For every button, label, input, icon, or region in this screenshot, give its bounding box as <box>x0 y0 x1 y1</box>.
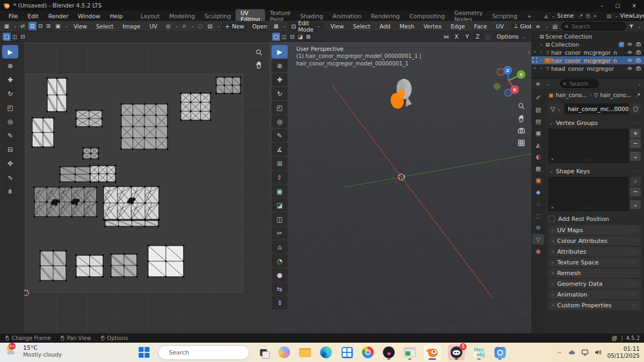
vp-selectmode-intersect-button[interactable]: ⊠ <box>304 33 312 41</box>
vp-tool-annotate[interactable]: ✎ <box>272 129 288 142</box>
mirror-z-button[interactable]: Z <box>473 32 482 41</box>
uv-selectmode-extend-button[interactable]: ◫ <box>11 33 19 41</box>
head-model[interactable] <box>389 79 412 110</box>
fake-user-shield-button[interactable] <box>630 104 641 114</box>
add-rest-position-checkbox[interactable] <box>548 216 555 222</box>
outliner-row-collection[interactable]: ⌄ ▤ Collection ✓ <box>531 40 644 48</box>
list-resize-grip[interactable]: ∷∷ <box>585 157 591 162</box>
uv-selectmode-subtract-button[interactable]: ⊟ <box>19 33 27 41</box>
uv-tool-annotate[interactable]: ✎ <box>2 129 18 142</box>
uv-tool-move[interactable]: ✚ <box>2 73 18 86</box>
vertex-group-specials-menu[interactable]: ⌄ <box>630 152 641 161</box>
uv-select-face-button[interactable]: ⊞ <box>45 22 53 30</box>
menu-window[interactable]: Window <box>74 13 104 19</box>
discord-icon[interactable]: 8 <box>448 344 465 360</box>
microsoft-store-icon[interactable] <box>340 344 354 360</box>
vp-tool-shrink-fatten[interactable]: ⇕ <box>272 296 288 309</box>
panel-attributes[interactable]: › Attributes ∷∷ <box>548 247 641 256</box>
menu-file[interactable]: File <box>4 13 23 19</box>
network-offline-icon[interactable] <box>611 335 618 342</box>
uv-editor-type-icon[interactable]: ▦ <box>3 22 11 30</box>
expand-icon[interactable]: › <box>538 58 544 63</box>
blender-taskbar-icon[interactable] <box>424 344 441 360</box>
unlink-scene-icon[interactable]: × <box>593 13 597 19</box>
taskbar-clock[interactable]: 01:11 05/11/2025 <box>607 345 640 359</box>
gizmo-minus-x[interactable] <box>497 69 504 76</box>
workspace-tab-shading[interactable]: Shading <box>295 12 328 20</box>
outliner-display-mode-icon[interactable]: ≡ <box>534 23 542 31</box>
onedrive-cloud-icon[interactable] <box>568 349 576 356</box>
mirror-x-button[interactable]: X <box>452 32 461 41</box>
photos-app-icon[interactable] <box>493 344 507 360</box>
breadcrumb-data-name[interactable]: hair_cono... <box>600 92 631 98</box>
tray-expand-chevron-icon[interactable] <box>557 350 562 356</box>
screenshot-app-icon[interactable] <box>403 344 417 360</box>
mode-dropdown[interactable]: ⊡ Edit Mode ⌄ <box>288 22 324 31</box>
vp-tool-tweak[interactable]: ▶ <box>272 45 288 58</box>
vp-tool-add-cube[interactable]: ⊞ <box>272 157 288 170</box>
tab-particles[interactable]: ∴ <box>532 198 544 209</box>
copilot-icon[interactable] <box>277 344 291 360</box>
tab-object-data[interactable]: ▽ <box>532 234 544 245</box>
vp-menu-vertex[interactable]: Vertex <box>420 23 445 29</box>
vp-tool-bevel[interactable]: ◪ <box>272 198 288 212</box>
start-button[interactable] <box>137 344 151 360</box>
vp-tool-spin[interactable]: ◔ <box>272 254 288 268</box>
vp-selectmode-subtract-button[interactable]: ⊟ <box>288 33 296 41</box>
funnel-filter-icon[interactable] <box>628 24 634 29</box>
vp-tool-loop-cut[interactable]: ◫ <box>272 212 288 226</box>
viewport-editor-type-icon[interactable]: ▦ <box>272 22 280 30</box>
network-icon[interactable] <box>581 349 589 356</box>
vp-tool-transform[interactable]: ◎ <box>272 115 288 128</box>
uv-menu-uv[interactable]: UV <box>145 23 161 29</box>
snap-target-icon[interactable]: ◌ <box>484 33 492 41</box>
vp-tool-cursor[interactable]: ⊕ <box>272 59 288 72</box>
minimize-button[interactable]: – <box>601 3 603 9</box>
menu-edit[interactable]: Edit <box>24 13 43 19</box>
gizmo-minus-z[interactable] <box>505 90 512 97</box>
task-view-button[interactable] <box>257 344 270 360</box>
outliner-search-input[interactable] <box>570 23 623 30</box>
uv-sync-selection-icon[interactable]: ⇄ <box>19 22 27 30</box>
eye-icon[interactable] <box>627 49 633 55</box>
eye-icon[interactable] <box>627 41 633 47</box>
mirror-icon[interactable]: ⋈ <box>442 33 450 41</box>
restore-button[interactable]: ▢ <box>615 3 620 9</box>
taskbar-weather-widget[interactable]: 9+ 15°C Mostly cloudy <box>5 344 62 358</box>
menu-help[interactable]: Help <box>106 13 127 19</box>
expand-icon[interactable]: › <box>538 50 544 55</box>
vp-menu-view[interactable]: View <box>327 23 348 29</box>
uv-pan-hand-icon[interactable] <box>255 61 263 69</box>
tab-physics[interactable]: ◌ <box>532 210 544 221</box>
scene-selector[interactable]: ◭ ⌄ Scene × <box>542 11 600 20</box>
datablock-type-dropdown[interactable]: ▽ ⌄ <box>548 104 563 114</box>
uv-tool-scale[interactable]: ◰ <box>2 101 18 114</box>
uv-tool-rotate[interactable]: ↻ <box>2 87 18 100</box>
vertex-groups-list[interactable]: ▸ ∷∷ <box>548 129 628 163</box>
panel-animation[interactable]: › Animation ∷∷ <box>548 290 641 299</box>
mirror-y-button[interactable]: Y <box>463 32 471 41</box>
panel-uv-maps[interactable]: › UV Maps ∷∷ <box>548 225 641 235</box>
vp-tool-knife[interactable]: ✂ <box>272 226 288 240</box>
vp-pan-hand-icon[interactable] <box>517 114 525 122</box>
view-layer-selector[interactable]: ▤ ⌄ ViewLayer × <box>604 11 644 20</box>
uv-tool-grab[interactable]: ✜ <box>2 157 18 170</box>
list-filter-toggle[interactable]: ▸ <box>552 157 554 161</box>
add-shape-key-button[interactable]: + <box>630 177 641 186</box>
list-filter-toggle[interactable]: ▸ <box>552 205 554 210</box>
workspace-tab-modeling[interactable]: Modeling <box>164 12 200 20</box>
uv-sticky-select-dropdown[interactable]: ▣ <box>54 22 62 30</box>
workspace-tab-animation[interactable]: Animation <box>328 12 367 20</box>
taskbar-search[interactable] <box>158 345 250 360</box>
uv-tool-cursor[interactable]: ⊕ <box>2 59 18 72</box>
shape-keys-panel-header[interactable]: ⌄ Shape Keys ∷∷ <box>548 167 641 175</box>
add-workspace-button[interactable]: + <box>522 12 537 20</box>
remove-vertex-group-button[interactable]: − <box>630 139 641 148</box>
uv-menu-image[interactable]: Image <box>119 23 144 29</box>
vp-menu-edge[interactable]: Edge <box>447 23 469 29</box>
vp-tool-inset-faces[interactable]: ▣ <box>272 184 288 198</box>
pin-icon[interactable] <box>578 13 583 19</box>
eye-icon[interactable] <box>627 65 633 71</box>
outliner-row-object-hair-1[interactable]: • › ▽ hair_conor_mcgregor_n <box>531 48 644 56</box>
camera-render-icon[interactable] <box>635 49 641 55</box>
